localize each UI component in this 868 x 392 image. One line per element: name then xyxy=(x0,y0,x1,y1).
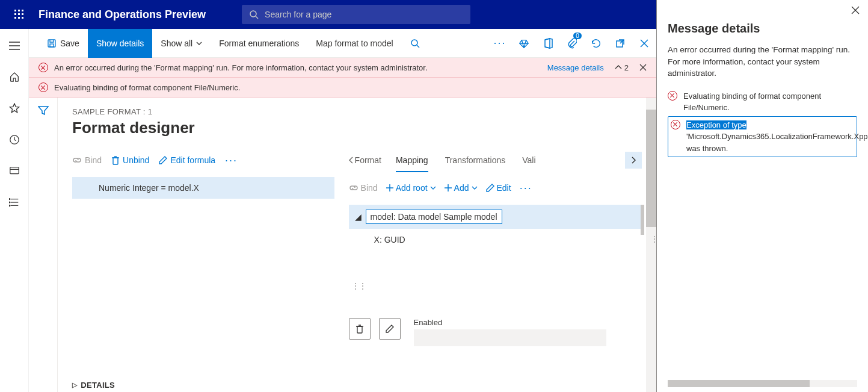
panel-message-text: Evaluating binding of format component F… xyxy=(683,90,857,114)
svg-rect-39 xyxy=(357,326,362,333)
add-root-button[interactable]: Add root xyxy=(386,183,436,193)
error-icon xyxy=(671,120,680,129)
svg-point-27 xyxy=(411,40,417,46)
bind-button-right[interactable]: Bind xyxy=(349,183,378,193)
svg-rect-7 xyxy=(18,17,20,19)
breadcrumb: SAMPLE FORMAT : 1 xyxy=(72,107,642,116)
diamond-icon[interactable] xyxy=(512,29,536,58)
more-icon[interactable]: ··· xyxy=(520,182,532,194)
tab-validations[interactable]: Vali xyxy=(514,148,544,172)
svg-rect-3 xyxy=(14,13,16,15)
add-button[interactable]: Add xyxy=(445,183,478,193)
delete-button[interactable] xyxy=(349,318,371,340)
format-node[interactable]: Numeric Integer = model.X xyxy=(72,177,334,199)
bind-button[interactable]: Bind xyxy=(72,155,102,165)
panel-summary: An error occurred during the 'Format map… xyxy=(668,44,857,79)
svg-rect-1 xyxy=(18,10,20,11)
edit-button[interactable]: Edit xyxy=(486,183,511,193)
svg-point-24 xyxy=(9,205,10,207)
search-action-icon[interactable] xyxy=(402,29,428,58)
svg-point-9 xyxy=(250,11,256,17)
svg-rect-34 xyxy=(113,158,118,164)
edit-icon-button[interactable] xyxy=(379,318,401,340)
unbind-button[interactable]: Unbind xyxy=(111,155,149,165)
svg-rect-5 xyxy=(22,13,23,15)
left-rail xyxy=(0,29,29,392)
panel-hscroll[interactable] xyxy=(668,380,857,387)
action-bar: Save Show details Show all Format enumer… xyxy=(29,29,656,58)
filter-icon[interactable] xyxy=(38,106,49,392)
hamburger-icon[interactable] xyxy=(7,39,22,53)
tab-back[interactable]: Format xyxy=(349,155,381,165)
tab-overflow-icon[interactable] xyxy=(625,152,642,169)
workspace-icon[interactable] xyxy=(7,164,22,178)
panel-hscroll-thumb[interactable] xyxy=(668,380,810,387)
waffle-icon[interactable] xyxy=(5,0,34,29)
close-page-icon[interactable] xyxy=(632,29,656,58)
panel-message-2[interactable]: Exception of type 'Microsoft.Dynamics365… xyxy=(668,116,857,158)
more-icon[interactable]: ··· xyxy=(488,29,512,58)
office-icon[interactable] xyxy=(536,29,560,58)
refresh-icon[interactable] xyxy=(584,29,608,58)
panel-close-icon[interactable] xyxy=(851,6,860,14)
enabled-input[interactable] xyxy=(414,329,606,346)
tree-child-row[interactable]: X: GUID xyxy=(349,229,642,250)
show-all-button[interactable]: Show all xyxy=(152,29,211,58)
scroll-thumb[interactable] xyxy=(646,110,656,228)
map-format-button[interactable]: Map format to model xyxy=(307,29,401,58)
banner-collapse[interactable]: 2 xyxy=(615,63,629,72)
svg-point-23 xyxy=(9,202,10,203)
modules-icon[interactable] xyxy=(7,195,22,210)
panel-message-1[interactable]: Evaluating binding of format component F… xyxy=(668,88,857,116)
more-icon[interactable]: ··· xyxy=(225,154,238,167)
page-title: Format designer xyxy=(72,119,642,137)
edit-formula-button[interactable]: Edit formula xyxy=(159,155,215,165)
attach-icon[interactable]: 0 xyxy=(560,29,584,58)
home-icon[interactable] xyxy=(7,70,22,84)
enabled-field: Enabled xyxy=(414,318,606,346)
error-banner-1: An error occurred during the 'Format map… xyxy=(29,58,656,78)
banner-close-icon[interactable] xyxy=(639,64,647,71)
right-toolbar: Bind Add root Add xyxy=(349,176,642,200)
panel-title: Message details xyxy=(668,22,857,36)
error-icon xyxy=(38,63,48,72)
save-button[interactable]: Save xyxy=(38,29,88,58)
body: SAMPLE FORMAT : 1 Format designer Bind U… xyxy=(29,98,656,392)
app-title: Finance and Operations Preview xyxy=(38,8,206,21)
recent-icon[interactable] xyxy=(7,132,22,147)
message-details-link[interactable]: Message details xyxy=(547,63,604,72)
attach-badge: 0 xyxy=(573,33,582,39)
format-enumerations-button[interactable]: Format enumerations xyxy=(211,29,307,58)
show-details-button[interactable]: Show details xyxy=(88,29,152,58)
svg-rect-26 xyxy=(50,44,54,47)
filter-column xyxy=(29,98,58,392)
popout-icon[interactable] xyxy=(608,29,632,58)
caret-right-icon: ▷ xyxy=(72,381,77,389)
svg-rect-0 xyxy=(14,10,16,11)
mapping-tabs: Format Mapping Transformations Vali xyxy=(349,148,642,172)
message-details-panel: Message details An error occurred during… xyxy=(656,0,868,392)
svg-rect-4 xyxy=(18,13,20,15)
scroll-track[interactable] xyxy=(646,98,656,392)
error-text: Evaluating binding of format component F… xyxy=(54,83,240,92)
format-tree-column: Bind Unbind Edit formula ··· Numeric Int… xyxy=(72,148,334,382)
tab-mapping[interactable]: Mapping xyxy=(387,148,437,172)
caret-down-icon[interactable]: ◢ xyxy=(355,212,361,222)
search-input[interactable]: Search for a page xyxy=(242,5,470,24)
bottom-tools: Enabled xyxy=(349,318,606,346)
error-icon xyxy=(668,91,677,101)
svg-line-28 xyxy=(417,45,419,48)
svg-point-22 xyxy=(9,199,10,200)
tab-transformations[interactable]: Transformations xyxy=(437,148,514,172)
star-icon[interactable] xyxy=(7,101,22,116)
tree-scroll-thumb[interactable] xyxy=(641,205,644,235)
error-text: An error occurred during the 'Format map… xyxy=(54,63,428,72)
tree-root-label[interactable]: model: Data model Sample model xyxy=(366,210,502,224)
mapping-column: Format Mapping Transformations Vali Bind xyxy=(349,148,642,382)
svg-rect-2 xyxy=(22,10,23,11)
error-icon xyxy=(38,82,48,92)
panel-message-text: Exception of type 'Microsoft.Dynamics365… xyxy=(686,119,868,155)
tree-root-row[interactable]: ◢ model: Data model Sample model xyxy=(349,205,642,229)
main: Save Show details Show all Format enumer… xyxy=(29,29,656,392)
details-expander[interactable]: ▷ DETAILS xyxy=(72,381,115,390)
